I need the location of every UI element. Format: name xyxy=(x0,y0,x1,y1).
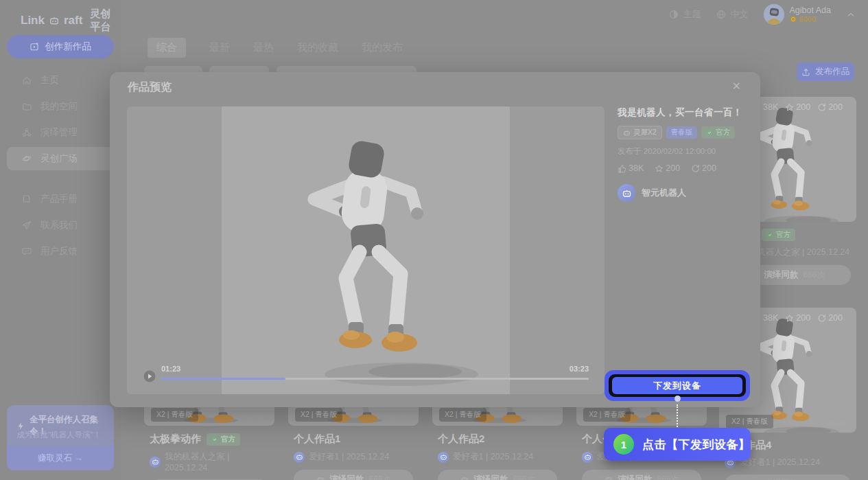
brand-logo: Link raft 灵创平台 xyxy=(21,8,121,34)
play-button[interactable] xyxy=(143,370,156,382)
avatar-robot-image xyxy=(764,4,784,25)
home-icon xyxy=(22,76,32,85)
total-time: 03:23 xyxy=(570,365,589,373)
replay-same-button[interactable]: 演绎同款 666次 xyxy=(582,470,701,480)
sidebar-item-home[interactable]: 主页 xyxy=(7,69,114,92)
tour-tooltip: 1 点击【下发到设备】 xyxy=(604,428,751,461)
model-chip: 灵犀X2 xyxy=(618,126,662,139)
current-time: 01:23 xyxy=(161,365,180,373)
tab-comprehensive[interactable]: 综合 xyxy=(148,38,186,58)
official-chip: 官方 xyxy=(701,126,735,139)
publish-work-label: 发布作品 xyxy=(815,66,849,78)
model-badge: X2 | 青春版 xyxy=(151,408,198,422)
tab-my-publications[interactable]: 我的发布 xyxy=(362,41,403,54)
sidebar-item-contact-us[interactable]: 联系我们 xyxy=(7,214,114,237)
sidebar-item-label: 我的空间 xyxy=(40,100,78,113)
sidebar-item-performance-management[interactable]: 演绎管理 xyxy=(7,121,114,144)
sidebar-item-lingchuang-plaza[interactable]: 灵创广场 xyxy=(7,147,114,170)
user-info: Agibot Ada 5000 xyxy=(790,5,831,23)
robot-face-icon xyxy=(152,458,159,466)
coin-balance: 5000 xyxy=(790,15,831,23)
sidebar-item-label: 联系我们 xyxy=(40,219,78,231)
work-stats: 38K 200 200 xyxy=(618,163,755,173)
video-player: 01:23 03:23 xyxy=(127,106,605,394)
language-switcher[interactable]: 中文 xyxy=(716,8,749,21)
user-menu[interactable]: Agibot Ada 5000 xyxy=(764,4,856,25)
close-icon[interactable]: ✕ xyxy=(732,80,741,93)
tour-connector-line xyxy=(677,404,678,427)
check-icon xyxy=(706,129,713,136)
publish-work-button[interactable]: 发布作品 xyxy=(797,62,854,81)
avatar[interactable] xyxy=(764,4,784,25)
replay-same-button[interactable]: 演绎同款 666次 xyxy=(725,475,851,480)
card-author-row: 爱好者1 | 2025.12.24 xyxy=(288,451,419,463)
theme-toggle[interactable]: 主题 xyxy=(669,8,701,21)
deploy-to-device-button[interactable]: 下发到设备 xyxy=(612,377,742,394)
card-author: 爱好者1 | 2025.12.24 xyxy=(740,457,820,468)
favorite-count[interactable]: 200 xyxy=(655,163,680,173)
coin-amount: 5000 xyxy=(799,15,816,23)
modal-title: 作品预览 xyxy=(128,80,172,95)
author-row[interactable]: 智元机器人 xyxy=(618,184,755,202)
sidebar-item-my-space[interactable]: 我的空间 xyxy=(7,95,114,118)
screen: { "brand": {"left": "Link", "right": "ra… xyxy=(0,0,868,480)
share-count[interactable]: 200 xyxy=(691,163,716,173)
replay-same-button[interactable]: 演绎同款 666次 xyxy=(438,470,557,480)
card-title-row: 个人作品1 xyxy=(288,433,419,446)
card-author-row: 爱好者1 | 2025.12.24 xyxy=(432,451,563,463)
publish-time: 发布于 2020/02/02 12:00:00 xyxy=(618,146,755,157)
tour-step-badge: 1 xyxy=(613,434,634,455)
sidebar-nav: 主页 我的空间 演绎管理 灵创广场 产品手册 联系我们 用户反馈 xyxy=(7,69,114,266)
sidebar-item-label: 产品手册 xyxy=(40,193,78,205)
language-label: 中文 xyxy=(731,8,749,21)
tab-newest[interactable]: 最新 xyxy=(209,41,230,54)
promo-subtitle: 成为首批"机器人导演"！ xyxy=(16,430,101,440)
connector-dot xyxy=(675,396,681,402)
sidebar-item-product-manual[interactable]: 产品手册 xyxy=(7,187,114,211)
model-badge: X2 | 青春版 xyxy=(295,408,342,422)
earn-gems-button[interactable]: 赚取灵石 → xyxy=(7,446,114,470)
sidebar-item-user-feedback[interactable]: 用户反馈 xyxy=(7,240,114,263)
card-author: 我的机器人之家 | 2025.12.24 xyxy=(165,451,274,472)
author-avatar xyxy=(150,457,161,468)
card-author: 爱好者1 | 2025.12.24 xyxy=(453,451,533,463)
upload-icon xyxy=(801,67,810,76)
check-icon xyxy=(766,231,773,238)
replay-same-button[interactable]: 演绎同款 666次 xyxy=(294,470,413,480)
brand-left: Link xyxy=(21,14,45,27)
video-frame xyxy=(222,106,510,394)
author-avatar xyxy=(582,452,593,463)
made-by-watermark: made by xyxy=(529,413,553,420)
replay-icon xyxy=(817,314,826,323)
sidebar-item-label: 用户反馈 xyxy=(40,245,78,258)
sidebar: Link raft 灵创平台 创作新作品 主页 我的空间 演绎管理 灵创广场 产… xyxy=(0,0,121,480)
globe-icon xyxy=(716,10,726,19)
robot-face-icon xyxy=(440,453,447,461)
brand-suffix: 灵创平台 xyxy=(90,8,121,34)
create-work-button[interactable]: 创作新作品 xyxy=(7,35,114,58)
progress-bar[interactable] xyxy=(161,378,589,380)
tab-my-favorites[interactable]: 我的收藏 xyxy=(297,41,338,54)
share-count: 200 xyxy=(817,102,843,112)
made-by-watermark: made by xyxy=(241,413,265,420)
sort-tabs: 综合 最新 最热 我的收藏 我的发布 xyxy=(148,38,403,58)
create-icon xyxy=(30,42,39,52)
robot-face-icon xyxy=(584,453,591,461)
chevron-up-icon[interactable] xyxy=(846,10,856,19)
robot-face-icon xyxy=(622,188,632,198)
brand-right: raft xyxy=(64,14,82,27)
sidebar-item-label: 主页 xyxy=(40,74,59,87)
tour-instruction: 点击【下发到设备】 xyxy=(642,437,751,453)
tab-hottest[interactable]: 最热 xyxy=(253,41,274,54)
star-icon xyxy=(785,314,794,323)
create-work-label: 创作新作品 xyxy=(45,41,91,53)
share-count: 200 xyxy=(817,313,843,323)
replay-icon xyxy=(691,164,700,173)
official-badge: 官方 xyxy=(762,229,795,241)
like-icon xyxy=(618,164,626,173)
book-icon xyxy=(22,194,32,204)
author-avatar xyxy=(294,452,305,463)
like-count[interactable]: 38K xyxy=(618,163,644,173)
model-badge: X2 | 青春版 xyxy=(583,408,631,422)
brand-robot-icon xyxy=(49,15,60,26)
